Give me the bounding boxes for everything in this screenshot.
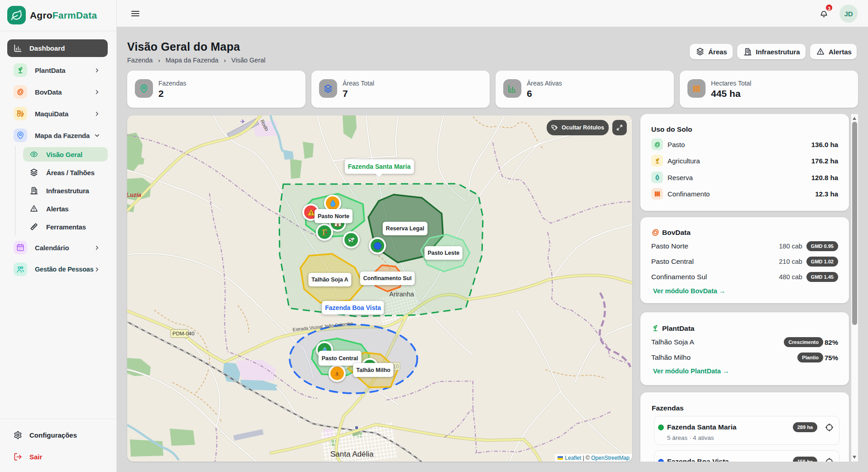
svg-text:PDM-040: PDM-040 (172, 331, 195, 336)
svg-text:Luzia: Luzia (127, 191, 141, 198)
svg-text:Ariranha: Ariranha (389, 291, 415, 298)
svg-text:Santa Adélia: Santa Adélia (330, 450, 374, 458)
svg-text:✈: ✈ (240, 118, 245, 125)
